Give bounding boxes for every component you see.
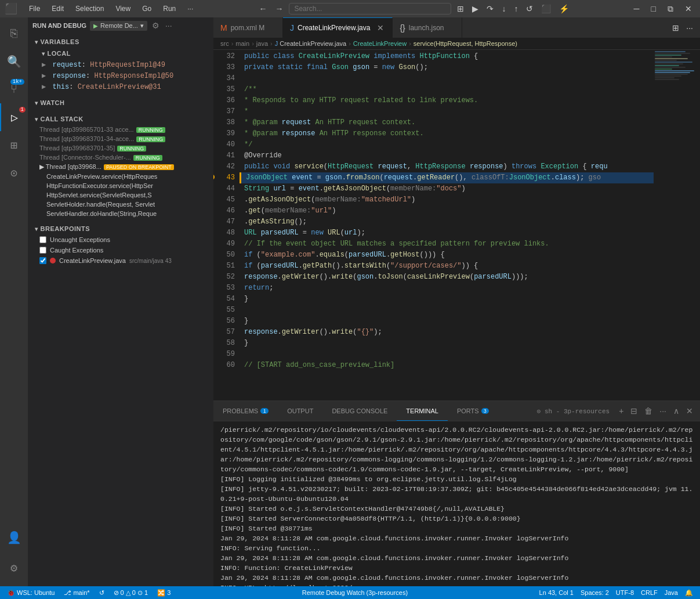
callstack-thread4[interactable]: Thread [Connector-Scheduler-...RUNNING (28, 153, 213, 162)
layout-btn1[interactable]: ⊞ (455, 3, 466, 15)
watch-section-title[interactable]: ▾ WATCH (28, 97, 213, 109)
panel-tab-debug-console[interactable]: DEBUG CONSOLE (322, 401, 397, 421)
activity-search[interactable]: 🔍 (0, 48, 28, 75)
panel-close-btn[interactable]: ✕ (684, 405, 695, 417)
bp-caught[interactable]: Caught Exceptions (28, 245, 213, 255)
breadcrumb-class[interactable]: CreateLinkPreview (353, 40, 407, 47)
status-encoding[interactable]: UTF-8 (614, 589, 636, 596)
run-settings-btn[interactable]: ⚙ (151, 20, 161, 31)
status-language[interactable]: Java (662, 589, 680, 596)
activity-settings[interactable]: ⚙ (0, 554, 28, 582)
split-editor-btn[interactable]: ⊞ (670, 22, 681, 34)
var-response[interactable]: ▶ response: HttpResponseImpl@50 (28, 70, 213, 81)
activity-remote-explorer[interactable]: ⊙ (0, 159, 28, 187)
callstack-frame3[interactable]: HttpServlet.service(ServletRequest,S (28, 190, 213, 200)
window-close[interactable]: ✕ (681, 3, 695, 15)
debug-restart-btn[interactable]: ↺ (524, 3, 535, 15)
panel-tab-output[interactable]: OUTPUT (278, 401, 322, 421)
status-notifications[interactable]: 🔔 (683, 589, 695, 597)
local-section-title[interactable]: ▾ Local (28, 48, 213, 59)
debug-step-into-btn[interactable]: ↓ (499, 3, 508, 15)
debug-step-over-btn[interactable]: ↷ (484, 3, 496, 15)
breadcrumb-file[interactable]: JCreateLinkPreview.java (275, 40, 346, 47)
activity-run-debug[interactable]: ▷ 1 (0, 103, 28, 131)
menu-file[interactable]: File (24, 3, 45, 14)
window-restore[interactable]: ⧉ (664, 3, 677, 15)
panel-expand-btn[interactable]: ∧ (671, 405, 681, 417)
status-branch[interactable]: ⎇ main* (61, 589, 92, 597)
activity-explorer[interactable]: ⎘ (0, 20, 28, 48)
bp-file-label: CreateLinkPreview.java (59, 257, 126, 264)
run-more-btn[interactable]: ··· (164, 20, 173, 31)
menu-more[interactable]: ··· (183, 3, 198, 14)
callstack-frame4[interactable]: ServletHolder.handle(Request, Servlet (28, 200, 213, 209)
status-spaces[interactable]: Spaces: 2 (578, 589, 611, 596)
tab-createlinkpreview[interactable]: J CreateLinkPreview.java ✕ (283, 17, 393, 38)
panel-tab-terminal[interactable]: TERMINAL (397, 401, 448, 421)
tab-close-btn[interactable]: ✕ (376, 23, 385, 33)
editor-more-btn[interactable]: ··· (684, 22, 695, 34)
new-terminal-btn[interactable]: + (616, 405, 626, 417)
callstack-frame5[interactable]: ServletHandler.doHandle(String,Reque (28, 209, 213, 218)
debug-continue-btn[interactable]: ▶ (470, 3, 481, 15)
bp-caught-checkbox[interactable] (39, 247, 46, 254)
window-minimize[interactable]: ─ (630, 3, 643, 15)
status-lineending[interactable]: CRLF (639, 589, 660, 596)
code-content[interactable]: public class CreateLinkPreview implement… (240, 50, 654, 400)
debug-forward-btn[interactable]: → (273, 3, 285, 15)
menu-selection[interactable]: Selection (71, 3, 108, 14)
status-errors[interactable]: ⊘ 0 △ 0 ⊙ 1 (111, 589, 151, 597)
split-terminal-btn[interactable]: ⊟ (628, 405, 640, 417)
breadcrumb-main[interactable]: main (235, 40, 249, 47)
variables-arrow-icon: ▾ (35, 39, 38, 45)
menu-run[interactable]: Run (158, 3, 180, 14)
var-this-arrow-icon: ▶ (42, 83, 46, 91)
kill-terminal-btn[interactable]: 🗑 (642, 405, 655, 417)
command-search[interactable] (289, 3, 451, 15)
activity-source-control[interactable]: ⑂ 1k+ (0, 75, 28, 103)
bp-file-checkbox[interactable] (39, 257, 46, 264)
terminal-area[interactable]: /pierrick/.m2/repository/io/cloudevents/… (213, 421, 700, 586)
callstack-thread3[interactable]: Thread [qtp399683701-35]RUNNING (28, 143, 213, 153)
window-maximize[interactable]: □ (648, 3, 659, 15)
panel-tab-problems[interactable]: PROBLEMS 1 (213, 401, 278, 421)
breadcrumb-method[interactable]: service(HttpRequest, HttpResponse) (414, 40, 517, 47)
breakpoints-section-title[interactable]: ▾ BREAKPOINTS (28, 223, 213, 234)
variables-section-title[interactable]: ▾ VARIABLES (28, 36, 213, 48)
activity-extensions[interactable]: ⊞ (0, 131, 28, 159)
var-request[interactable]: ▶ request: HttpRequestImpl@49 (28, 59, 213, 70)
panel-tab-ports[interactable]: PORTS 3 (448, 401, 498, 421)
status-bar: 🐞 WSL: Ubuntu ⎇ main* ↺ ⊘ 0 △ 0 ⊙ 1 🔀 3 … (0, 586, 700, 599)
ln-54: 54 (213, 294, 235, 305)
callstack-thread1[interactable]: Thread [qtp399865701-33 acce...RUNNING (28, 125, 213, 134)
status-sync[interactable]: ↺ (97, 589, 107, 597)
bp-uncaught[interactable]: Uncaught Exceptions (28, 234, 213, 245)
status-ports[interactable]: 🔀 3 (155, 589, 173, 597)
breadcrumb-java[interactable]: java (256, 40, 268, 47)
tab-pomxml[interactable]: M pom.xml M (213, 17, 283, 38)
callstack-frame2[interactable]: HttpFunctionExecutor.service(HttpSer (28, 181, 213, 190)
debug-back-btn[interactable]: ← (256, 3, 269, 15)
debug-step-out-btn[interactable]: ↑ (512, 3, 520, 15)
menu-edit[interactable]: Edit (47, 3, 68, 14)
status-debug-icon[interactable]: 🐞 WSL: Ubuntu (5, 589, 57, 597)
bp-file[interactable]: CreateLinkPreview.java src/main/java 43 (28, 255, 213, 266)
call-stack-section-title[interactable]: ▾ CALL STACK (28, 113, 213, 125)
activity-accounts[interactable]: 👤 (0, 524, 28, 551)
menu-go[interactable]: Go (137, 3, 156, 14)
debug-more-btn[interactable]: ⚡ (557, 3, 571, 15)
menu-view[interactable]: View (111, 3, 135, 14)
callstack-frame1[interactable]: CreateLinkPreview.service(HttpReques (28, 172, 213, 181)
panel-more-btn[interactable]: ··· (657, 405, 669, 417)
callstack-thread-paused[interactable]: ▶ Thread [qtp39968...PAUSED ON BREAKPOIN… (28, 162, 213, 172)
status-ln-col[interactable]: Ln 43, Col 1 (537, 589, 576, 596)
run-debug-dropdown[interactable]: ▶ Remote De... ▾ (90, 21, 147, 31)
bp-uncaught-checkbox[interactable] (39, 236, 46, 243)
callstack-thread2[interactable]: Thread [qtp399683701-34-acce...RUNNING (28, 134, 213, 143)
debug-stop-btn[interactable]: ⬛ (539, 3, 553, 15)
terminal-line-3: ent/4.5.1/httpclient-4.5.1.jar:/home/pie… (220, 445, 693, 454)
tab-launchjson[interactable]: {} launch.json (393, 17, 462, 38)
breadcrumb-src[interactable]: src (220, 40, 229, 47)
var-this[interactable]: ▶ this: CreateLinkPreview@31 (28, 81, 213, 92)
status-remote[interactable]: Remote Debug Watch (3p-resources) (300, 589, 410, 596)
